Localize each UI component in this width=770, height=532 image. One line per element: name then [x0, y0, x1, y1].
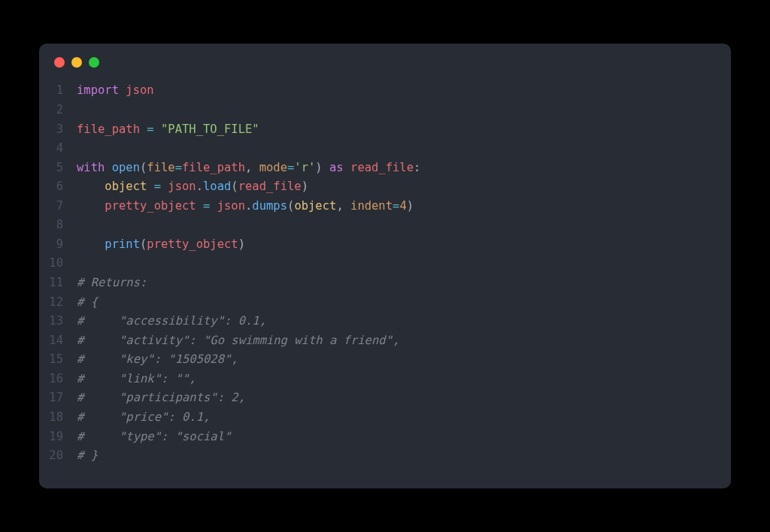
code-line: 18# "price": 0.1,	[39, 408, 731, 428]
line-content: object = json.load(read_file)	[77, 177, 308, 197]
line-content: # "key": "1505028",	[77, 350, 238, 370]
code-line: 1import json	[39, 81, 731, 101]
code-line: 9 print(pretty_object)	[39, 235, 731, 255]
code-line: 3file_path = "PATH_TO_FILE"	[39, 120, 731, 140]
line-content: # "link": "",	[77, 370, 196, 389]
code-line: 10	[39, 254, 731, 274]
line-number: 7	[39, 197, 77, 216]
line-number: 17	[39, 388, 77, 408]
code-line: 2	[39, 101, 731, 120]
line-number: 1	[39, 81, 77, 101]
code-line: 14# "activity": "Go swimming with a frie…	[39, 331, 731, 351]
code-line: 13# "accessibility": 0.1,	[39, 312, 731, 331]
line-number: 8	[39, 216, 77, 235]
code-line: 15# "key": "1505028",	[39, 350, 731, 370]
line-content	[77, 254, 83, 274]
code-line: 7 pretty_object = json.dumps(object, ind…	[39, 197, 731, 216]
line-number: 9	[39, 235, 77, 255]
line-number: 12	[39, 293, 77, 313]
code-line: 12# {	[39, 293, 731, 313]
code-line: 19# "type": "social"	[39, 428, 731, 447]
line-number: 20	[39, 446, 77, 466]
code-editor[interactable]: 1import json2 3file_path = "PATH_TO_FILE…	[39, 75, 731, 473]
line-content: # "activity": "Go swimming with a friend…	[77, 331, 399, 351]
code-line: 4	[39, 139, 731, 159]
line-number: 2	[39, 101, 77, 120]
line-content: file_path = "PATH_TO_FILE"	[77, 120, 259, 140]
line-content: import json	[77, 81, 154, 101]
line-number: 14	[39, 331, 77, 351]
code-line: 17# "participants": 2,	[39, 388, 731, 408]
line-number: 10	[39, 254, 77, 274]
line-number: 3	[39, 120, 77, 140]
line-content: # "type": "social"	[77, 428, 231, 447]
line-number: 5	[39, 159, 77, 178]
line-content	[77, 139, 83, 159]
line-number: 19	[39, 428, 77, 447]
close-icon[interactable]	[54, 57, 65, 68]
window-titlebar	[39, 44, 731, 75]
code-line: 5with open(file=file_path, mode='r') as …	[39, 159, 731, 178]
line-content: pretty_object = json.dumps(object, inden…	[77, 197, 414, 216]
line-number: 4	[39, 139, 77, 159]
line-content: # "participants": 2,	[77, 388, 245, 408]
line-content	[77, 101, 83, 120]
line-number: 11	[39, 274, 77, 293]
line-number: 16	[39, 370, 77, 389]
line-number: 15	[39, 350, 77, 370]
line-content: # "accessibility": 0.1,	[77, 312, 266, 331]
line-content: with open(file=file_path, mode='r') as r…	[77, 159, 420, 178]
code-line: 16# "link": "",	[39, 370, 731, 389]
code-line: 8	[39, 216, 731, 235]
line-content: # "price": 0.1,	[77, 408, 210, 428]
line-content	[77, 216, 83, 235]
line-number: 13	[39, 312, 77, 331]
zoom-icon[interactable]	[89, 57, 99, 68]
code-line: 11# Returns:	[39, 274, 731, 293]
line-content: # Returns:	[77, 274, 147, 293]
line-content: # }	[77, 446, 98, 466]
line-number: 6	[39, 177, 77, 197]
code-line: 6 object = json.load(read_file)	[39, 177, 731, 197]
minimize-icon[interactable]	[71, 57, 82, 68]
line-content: print(pretty_object)	[77, 235, 245, 255]
line-number: 18	[39, 408, 77, 428]
code-line: 20# }	[39, 446, 731, 466]
line-content: # {	[77, 293, 98, 313]
code-window: 1import json2 3file_path = "PATH_TO_FILE…	[39, 44, 731, 488]
